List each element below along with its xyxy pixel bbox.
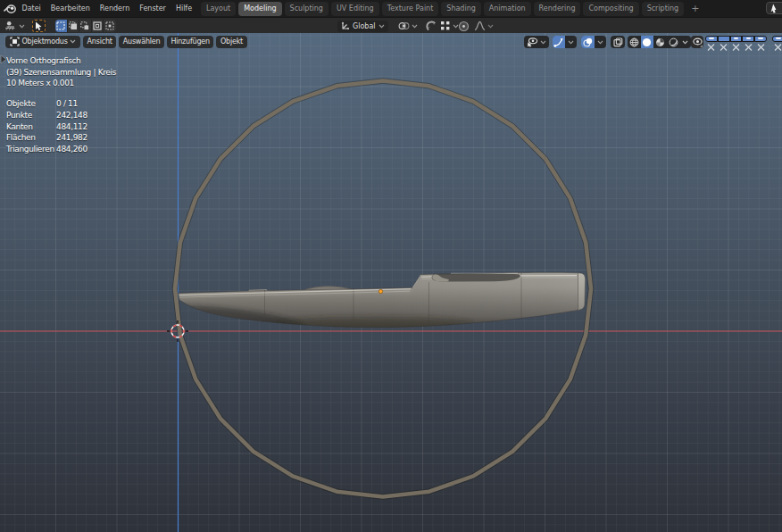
- overlays-toggle-button[interactable]: [581, 36, 595, 48]
- qcd-group-1-slot-1[interactable]: [705, 36, 718, 43]
- select-set-icon: [56, 21, 65, 30]
- pivot-point-dropdown[interactable]: [395, 21, 420, 32]
- shading-solid-button[interactable]: [641, 36, 654, 48]
- stat-value: 241,982: [56, 132, 87, 144]
- rendered-shading-icon: [669, 37, 678, 47]
- select-extend-icon: [69, 21, 78, 30]
- stat-label: Kanten: [6, 121, 56, 133]
- stat-value: 484,260: [56, 144, 87, 155]
- viewport-menu-ansicht[interactable]: Ansicht: [83, 36, 116, 48]
- view-name-text: Vorne Orthografisch: [6, 55, 116, 67]
- stat-triangulieren: Triangulieren484,260: [6, 144, 116, 155]
- tool-settings-bar: Global: [0, 17, 782, 33]
- active-tool-tweak-button[interactable]: [32, 20, 46, 32]
- viewport-menu-auswahlen[interactable]: Auswählen: [119, 36, 164, 48]
- gizmos-control: [553, 36, 578, 48]
- menu-fenster[interactable]: Fenster: [135, 0, 171, 17]
- qcd-overlay-eye-button[interactable]: [691, 36, 703, 48]
- topbar-corner-button[interactable]: [766, 2, 782, 14]
- tab-shading[interactable]: Shading: [441, 2, 481, 16]
- visibility-eye-cursor-icon: [527, 37, 538, 47]
- select-mode-group: [55, 20, 116, 32]
- tab-sculpting[interactable]: Sculpting: [285, 2, 329, 16]
- qcd-group-2-x-1[interactable]: [774, 44, 782, 51]
- proportional-editing-button[interactable]: [455, 21, 472, 32]
- shading-dropdown[interactable]: [679, 36, 691, 48]
- qcd-group-1-slot-3[interactable]: [730, 36, 743, 43]
- overlays-control: [581, 36, 606, 48]
- object-visibility-dropdown[interactable]: [524, 36, 549, 48]
- viewport-header: Objektmodus AnsichtAuswählenHinzufügenOb…: [0, 33, 782, 50]
- tab-layout[interactable]: Layout: [201, 2, 236, 16]
- scene-statistics: Objekte0 / 11Punkte242,148Kanten484,112F…: [6, 98, 116, 155]
- menu-hilfe[interactable]: Hilfe: [171, 0, 196, 17]
- qcd-group-1-x-5[interactable]: [757, 44, 765, 51]
- xray-toggle-button[interactable]: [611, 36, 625, 48]
- orientation-axes-icon: [341, 21, 350, 30]
- qcd-slots-widget: [691, 36, 782, 51]
- stat-label: Flächen: [6, 132, 56, 144]
- select-mode-set-button[interactable]: [55, 20, 68, 32]
- viewport-menu-objekt[interactable]: Objekt: [216, 36, 246, 48]
- blender-logo-icon[interactable]: [4, 3, 16, 14]
- mode-dropdown[interactable]: Objektmodus: [5, 36, 80, 48]
- select-mode-invert-button[interactable]: [92, 20, 104, 32]
- editor-type-button[interactable]: [4, 20, 26, 32]
- qcd-group-1: [705, 36, 767, 51]
- viewport-editor-icon: [4, 21, 18, 31]
- tab-uv-editing[interactable]: UV Editing: [331, 2, 379, 16]
- gizmos-dropdown[interactable]: [565, 36, 577, 48]
- xray-icon: [613, 37, 623, 47]
- chevron-down-icon: [568, 40, 574, 45]
- select-invert-icon: [93, 21, 102, 30]
- shading-rendered-button[interactable]: [667, 36, 680, 48]
- object-origin-dot[interactable]: [379, 289, 382, 293]
- select-mode-extend-button[interactable]: [68, 20, 80, 32]
- viewport-3d[interactable]: Objektmodus AnsichtAuswählenHinzufügenOb…: [0, 33, 782, 532]
- viewport-scene: [0, 33, 782, 532]
- qcd-group-1-x-1[interactable]: [707, 44, 715, 51]
- qcd-group-1-slot-2[interactable]: [718, 36, 730, 43]
- qcd-group-1-x-2[interactable]: [720, 44, 728, 51]
- stat-flachen: Flächen241,982: [6, 132, 116, 144]
- qcd-group-1-x-3[interactable]: [732, 44, 740, 51]
- falloff-dropdown[interactable]: [471, 21, 496, 32]
- orientation-label: Global: [353, 22, 376, 30]
- overlays-dropdown[interactable]: [595, 36, 606, 48]
- material-preview-icon: [655, 37, 665, 47]
- stat-label: Punkte: [6, 110, 56, 121]
- menu-rendern[interactable]: Rendern: [95, 0, 134, 17]
- viewport-menu-hinzufugen[interactable]: Hinzufügen: [167, 36, 214, 48]
- mode-label: Objektmodus: [22, 37, 68, 46]
- tab-scripting[interactable]: Scripting: [642, 2, 685, 16]
- gizmo-icon: [553, 37, 563, 47]
- transform-orientation-dropdown[interactable]: Global: [337, 21, 388, 32]
- qcd-group-1-slot-4[interactable]: [742, 36, 754, 43]
- collection-text: (39) Szenensammlung | Kreis: [6, 67, 116, 79]
- tab-animation[interactable]: Animation: [484, 2, 531, 16]
- menu-bearbeiten[interactable]: Bearbeiten: [46, 0, 95, 17]
- chevron-down-icon: [487, 24, 494, 29]
- menu-datei[interactable]: Datei: [17, 0, 46, 17]
- tab-modeling[interactable]: Modeling: [238, 2, 281, 16]
- qcd-group-1-x-4[interactable]: [745, 44, 753, 51]
- qcd-group-1-slot-5[interactable]: [754, 36, 767, 43]
- gizmos-toggle-button[interactable]: [553, 36, 566, 48]
- shading-wireframe-button[interactable]: [628, 36, 641, 48]
- select-mode-intersect-button[interactable]: [104, 20, 116, 32]
- viewport-overlay-text: Vorne Orthografisch (39) Szenensammlung …: [6, 55, 116, 155]
- hull-transom-cap: [578, 273, 586, 311]
- tab-compositing[interactable]: Compositing: [583, 2, 638, 16]
- chevron-down-icon: [597, 40, 603, 45]
- solid-shading-icon: [642, 37, 652, 47]
- stat-label: Triangulieren: [6, 144, 56, 155]
- chevron-down-icon: [682, 40, 688, 45]
- select-mode-subtract-button[interactable]: [79, 20, 92, 32]
- tab-rendering[interactable]: Rendering: [534, 2, 581, 16]
- tab-texture-paint[interactable]: Texture Paint: [382, 2, 439, 16]
- select-subtract-icon: [80, 21, 89, 30]
- add-workspace-button[interactable]: +: [686, 2, 703, 16]
- qcd-group-2-slot-1[interactable]: [772, 36, 782, 43]
- shading-material-button[interactable]: [653, 36, 667, 48]
- snap-increment-icon: [440, 21, 451, 31]
